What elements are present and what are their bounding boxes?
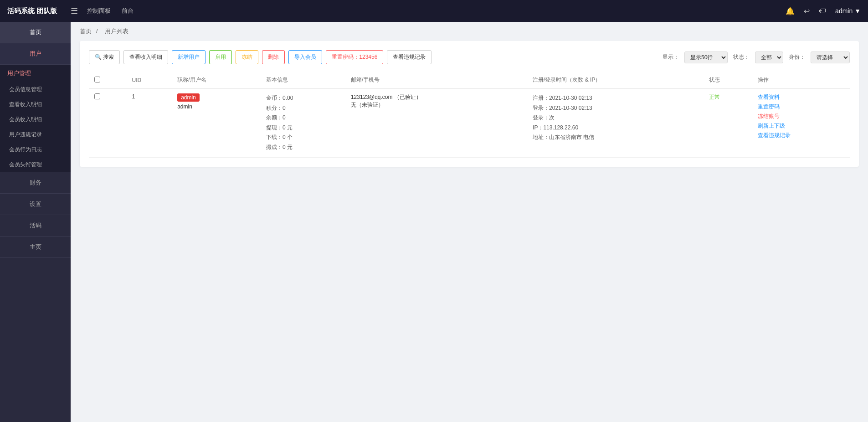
status-select[interactable]: 全部 正常 冻结	[755, 51, 783, 63]
app-logo: 活码系统 团队版	[7, 7, 57, 15]
email: 123123@qq.com （已验证）	[351, 93, 522, 101]
menu-icon[interactable]: ☰	[71, 6, 78, 16]
sidebar-item-mainpage[interactable]: 主页	[0, 237, 71, 258]
col-uid: UID	[127, 72, 172, 89]
enable-button[interactable]: 启用	[209, 50, 232, 64]
sidebar-item-member-income[interactable]: 会员收入明细	[0, 112, 71, 127]
login-count: 登录：次	[533, 113, 698, 123]
sidebar-item-member-info[interactable]: 会员信息管理	[0, 82, 71, 97]
sidebar-item-finance[interactable]: 财务	[0, 172, 71, 194]
sidebar: 首页 用户 用户管理 会员信息管理 查看收入明细 会员收入明细 用户违规记录 会…	[0, 22, 71, 422]
sidebar-item-income-detail[interactable]: 查看收入明细	[0, 97, 71, 112]
display-select[interactable]: 显示10行 显示20行 显示50行 显示100行	[684, 51, 728, 63]
admin-menu[interactable]: admin ▼	[835, 7, 861, 15]
search-button[interactable]: 🔍 搜索	[89, 50, 120, 64]
nav-dashboard[interactable]: 控制面板	[87, 7, 111, 15]
top-navigation: 活码系统 团队版 ☰ 控制面板 前台 🔔 ↩ 🏷 admin ▼	[0, 0, 868, 22]
action-1[interactable]: 重置密码	[758, 103, 844, 111]
import-button[interactable]: 导入会员	[288, 50, 322, 64]
action-4[interactable]: 查看违规记录	[758, 132, 844, 139]
sidebar-item-home[interactable]: 首页	[0, 22, 71, 43]
nav-frontend[interactable]: 前台	[122, 7, 134, 15]
info-commission: 撮成：0 元	[266, 143, 340, 153]
col-email-phone: 邮箱/手机号	[345, 72, 527, 89]
username: admin	[177, 103, 192, 110]
add-user-button[interactable]: 新增用户	[172, 50, 205, 64]
sidebar-submenu-users: 用户管理 会员信息管理 查看收入明细 会员收入明细 用户违规记录 会员行为日志 …	[0, 65, 71, 172]
return-icon[interactable]: ↩	[804, 7, 810, 15]
sidebar-item-huoma[interactable]: 活码	[0, 215, 71, 237]
top-right-actions: 🔔 ↩ 🏷 admin ▼	[786, 7, 861, 15]
bell-icon[interactable]: 🔔	[786, 7, 795, 15]
col-checkbox	[89, 72, 127, 89]
table-header-row: UID 职称/用户名 基本信息 邮箱/手机号 注册/登录时间（次数 & IP） …	[89, 72, 850, 89]
cell-basic-info: 金币：0.00 积分：0 余额：0 提现：0 元 下线：0 个 撮成：0 元	[261, 89, 345, 158]
submenu-header[interactable]: 用户管理	[0, 65, 71, 82]
breadcrumb-current: 用户列表	[105, 28, 128, 35]
sidebar-item-behavior-log[interactable]: 会员行为日志	[0, 142, 71, 157]
action-3[interactable]: 刷新上下级	[758, 122, 844, 130]
identity-label: 身份：	[789, 53, 805, 61]
sidebar-item-violations[interactable]: 用户违规记录	[0, 127, 71, 142]
ip: IP：113.128.22.60	[533, 123, 698, 133]
table-row: 1 admin admin 金币：0.00 积分：0 余额：0 提现：0 元 下…	[89, 89, 850, 158]
role-badge: admin	[177, 93, 200, 102]
income-detail-button[interactable]: 查看收入明细	[123, 50, 168, 64]
reg-time: 注册：2021-10-30 02:13	[533, 93, 698, 103]
info-downloads: 下线：0 个	[266, 133, 340, 143]
info-gold: 金币：0.00	[266, 93, 340, 103]
tag-icon[interactable]: 🏷	[819, 7, 826, 15]
freeze-button[interactable]: 冻结	[236, 50, 258, 64]
cell-actions: 查看资料重置密码冻结账号刷新上下级查看违规记录	[752, 89, 850, 158]
info-balance: 余额：0	[266, 113, 340, 123]
sidebar-item-users[interactable]: 用户	[0, 43, 71, 65]
col-status: 状态	[704, 72, 752, 89]
status-badge: 正常	[709, 94, 720, 100]
login-time: 登录：2021-10-30 02:13	[533, 103, 698, 113]
cell-status: 正常	[704, 89, 752, 158]
main-card: 🔍 搜索 查看收入明细 新增用户 启用 冻结 删除 导入会员 重置密码：1234…	[80, 41, 859, 167]
phone: 无（未验证）	[351, 101, 522, 109]
cell-role-username: admin admin	[172, 89, 261, 158]
breadcrumb-separator: /	[96, 28, 98, 35]
action-2[interactable]: 冻结账号	[758, 113, 844, 120]
select-all-checkbox[interactable]	[94, 77, 100, 82]
col-reg-login-time: 注册/登录时间（次数 & IP）	[527, 72, 704, 89]
row-checkbox[interactable]	[94, 93, 100, 99]
content-area: 首页 / 用户列表 🔍 搜索 查看收入明细 新增用户 启用 冻结 删除 导入会员…	[71, 22, 868, 422]
sidebar-item-avatar-manage[interactable]: 会员头衔管理	[0, 157, 71, 172]
reset-pwd-button[interactable]: 重置密码：123456	[326, 50, 383, 64]
action-0[interactable]: 查看资料	[758, 93, 844, 101]
cell-reg-login-time: 注册：2021-10-30 02:13 登录：2021-10-30 02:13 …	[527, 89, 704, 158]
identity-select[interactable]: 请选择 管理员 普通会员	[811, 51, 850, 63]
col-basic-info: 基本信息	[261, 72, 345, 89]
delete-button[interactable]: 删除	[262, 50, 285, 64]
nav-links: 控制面板 前台	[87, 7, 134, 15]
col-actions: 操作	[752, 72, 850, 89]
cell-email-phone: 123123@qq.com （已验证） 无（未验证）	[345, 89, 527, 158]
info-points: 积分：0	[266, 103, 340, 113]
location: 地址：山东省济南市 电信	[533, 133, 698, 143]
display-label: 显示：	[663, 53, 679, 61]
breadcrumb: 首页 / 用户列表	[71, 22, 868, 41]
toolbar-filters: 显示： 显示10行 显示20行 显示50行 显示100行 状态： 全部 正常 冻…	[663, 51, 850, 63]
info-withdraw: 提现：0 元	[266, 123, 340, 133]
status-label: 状态：	[733, 53, 750, 61]
violations-button[interactable]: 查看违规记录	[387, 50, 431, 64]
col-role-username: 职称/用户名	[172, 72, 261, 89]
cell-uid: 1	[127, 89, 172, 158]
user-table: UID 职称/用户名 基本信息 邮箱/手机号 注册/登录时间（次数 & IP） …	[89, 72, 850, 158]
breadcrumb-home[interactable]: 首页	[80, 28, 92, 35]
toolbar: 🔍 搜索 查看收入明细 新增用户 启用 冻结 删除 导入会员 重置密码：1234…	[89, 50, 850, 64]
sidebar-item-settings[interactable]: 设置	[0, 194, 71, 215]
